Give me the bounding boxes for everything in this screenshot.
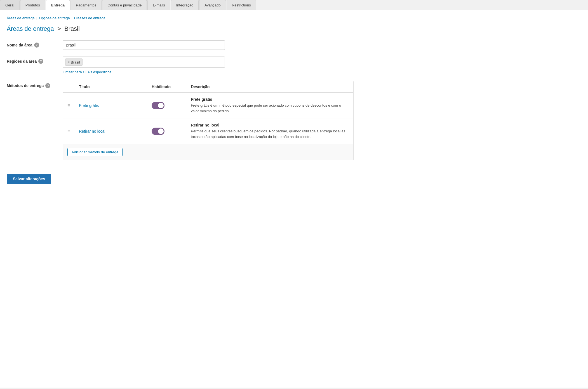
- methods-table: Título Habilitado Descrição ≡ Frete grát…: [63, 81, 353, 144]
- metodos-entrega-help-icon[interactable]: ?: [45, 83, 50, 88]
- breadcrumb-heading: Áreas de entrega > Brasil: [7, 25, 581, 32]
- methods-col-desc-header: Descrição: [186, 81, 353, 93]
- drag-handle-icon-retirar-no-local: ≡: [67, 129, 70, 133]
- subnav-sep1: |: [36, 16, 37, 20]
- tab-pagamentos[interactable]: Pagamentos: [70, 0, 102, 10]
- metodos-entrega-row: Métodos de entrega ? Título Habilitado D…: [7, 81, 581, 160]
- method-desc-body-retirar-no-local: Permite que seus clientes busquem os ped…: [191, 128, 349, 139]
- methods-header-row: Título Habilitado Descrição: [63, 81, 353, 93]
- toggle-slider-retirar-no-local: [152, 128, 164, 135]
- method-link-frete-gratis[interactable]: Frete grátis: [79, 103, 99, 108]
- nome-area-field: [63, 40, 225, 50]
- regioes-area-row: Regiões da área ? × Brasil Limitar para …: [7, 57, 581, 74]
- tab-avancado[interactable]: Avançado: [199, 0, 226, 10]
- subnav-opcoes[interactable]: Opções de entrega: [39, 16, 70, 20]
- breadcrumb-current: Brasil: [64, 25, 80, 32]
- method-desc-cell-frete-gratis: Frete grátis Frete grátis é um método es…: [186, 93, 353, 118]
- save-button[interactable]: Salvar alterações: [7, 174, 51, 184]
- tab-emails[interactable]: E-mails: [147, 0, 170, 10]
- toggle-retirar-no-local[interactable]: [152, 128, 164, 135]
- limit-cep-link[interactable]: Limitar para CEPs específicos: [63, 70, 111, 74]
- tag-brasil-label: Brasil: [71, 60, 80, 64]
- breadcrumb-parent-link[interactable]: Áreas de entrega: [7, 25, 54, 32]
- add-method-row: Adicionar método de entrega: [63, 144, 353, 160]
- subnav-sep2: |: [72, 16, 72, 20]
- method-desc-cell-retirar-no-local: Retirar no local Permite que seus client…: [186, 118, 353, 144]
- tab-integracao[interactable]: Integração: [171, 0, 199, 10]
- drag-handle-frete-gratis[interactable]: ≡: [63, 93, 74, 118]
- toggle-frete-gratis[interactable]: [152, 102, 164, 109]
- nome-area-row: Nome da área ?: [7, 40, 581, 50]
- main-content: Áreas de entrega | Opções de entrega | C…: [0, 10, 588, 388]
- methods-col-title-header: Título: [74, 81, 147, 93]
- method-enabled-cell-frete-gratis: [147, 93, 186, 118]
- tab-contas-privacidade[interactable]: Contas e privacidade: [102, 0, 147, 10]
- method-title-cell-retirar-no-local: Retirar no local: [74, 118, 147, 144]
- subnav-areas[interactable]: Áreas de entrega: [7, 16, 35, 20]
- tag-brasil: × Brasil: [65, 58, 83, 66]
- drag-handle-retirar-no-local[interactable]: ≡: [63, 118, 74, 144]
- regioes-area-label: Regiões da área ?: [7, 57, 63, 64]
- method-desc-body-frete-gratis: Frete grátis é um método especial que po…: [191, 103, 349, 114]
- nome-area-help-icon[interactable]: ?: [34, 43, 39, 48]
- method-title-cell-frete-gratis: Frete grátis: [74, 93, 147, 118]
- methods-table-wrapper: Título Habilitado Descrição ≡ Frete grát…: [63, 81, 354, 160]
- nome-area-label: Nome da área ?: [7, 40, 63, 48]
- method-link-retirar-no-local[interactable]: Retirar no local: [79, 129, 105, 133]
- drag-handle-icon-frete-gratis: ≡: [67, 103, 70, 108]
- metodos-entrega-label: Métodos de entrega ?: [7, 81, 63, 88]
- breadcrumb-separator: >: [57, 25, 63, 32]
- methods-col-enabled-header: Habilitado: [147, 81, 186, 93]
- toggle-slider-frete-gratis: [152, 102, 164, 109]
- sub-nav: Áreas de entrega | Opções de entrega | C…: [7, 16, 581, 20]
- regioes-tags-input[interactable]: × Brasil: [63, 57, 225, 68]
- method-enabled-cell-retirar-no-local: [147, 118, 186, 144]
- regioes-area-field: × Brasil Limitar para CEPs específicos: [63, 57, 225, 74]
- method-row-retirar-no-local: ≡ Retirar no local Retirar no local Perm…: [63, 118, 353, 144]
- tabs-bar: GeralProdutosEntregaPagamentosContas e p…: [0, 0, 588, 10]
- tab-restrictions[interactable]: Restrictions: [227, 0, 256, 10]
- method-desc-title-retirar-no-local: Retirar no local: [191, 123, 349, 127]
- method-row-frete-gratis: ≡ Frete grátis Frete grátis Frete grátis…: [63, 93, 353, 118]
- regioes-area-help-icon[interactable]: ?: [38, 59, 43, 64]
- methods-col-drag-header: [63, 81, 74, 93]
- subnav-classes[interactable]: Classes de entrega: [74, 16, 105, 20]
- tab-produtos[interactable]: Produtos: [20, 0, 45, 10]
- methods-thead: Título Habilitado Descrição: [63, 81, 353, 93]
- tab-geral[interactable]: Geral: [0, 0, 20, 10]
- add-method-button[interactable]: Adicionar método de entrega: [67, 148, 123, 156]
- tag-brasil-remove[interactable]: ×: [68, 60, 70, 64]
- tab-entrega[interactable]: Entrega: [46, 0, 70, 10]
- nome-area-input[interactable]: [63, 40, 225, 50]
- method-desc-title-frete-gratis: Frete grátis: [191, 97, 349, 102]
- methods-tbody: ≡ Frete grátis Frete grátis Frete grátis…: [63, 93, 353, 144]
